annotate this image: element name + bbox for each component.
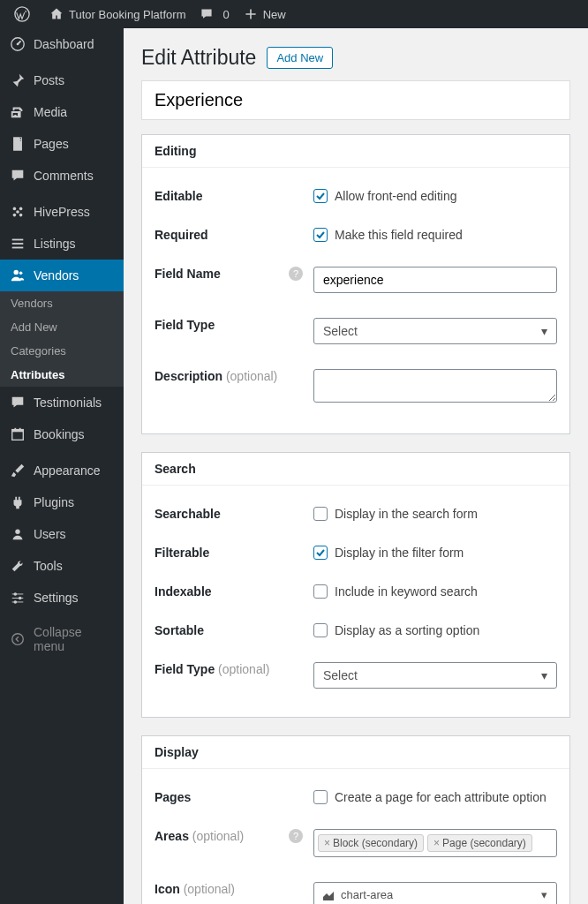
vendors-icon (9, 267, 26, 284)
field-name-input[interactable] (313, 267, 557, 293)
field-label: Sortable (155, 623, 204, 637)
wp-logo[interactable] (7, 0, 42, 28)
collapse-icon (9, 630, 26, 648)
menu-bookings[interactable]: Bookings (0, 418, 124, 450)
svg-point-20 (15, 530, 19, 534)
submenu-vendors[interactable]: Vendors (0, 291, 124, 315)
hivepress-icon (9, 203, 26, 221)
collapse-menu[interactable]: Collapse menu (0, 618, 124, 660)
checkbox-label: Make this field required (335, 228, 463, 242)
sliders-icon (9, 589, 26, 606)
page-header: Edit Attribute Add New (141, 46, 570, 70)
dashboard-icon (9, 35, 26, 53)
attribute-title-input[interactable] (141, 80, 570, 120)
areas-tag-input[interactable]: ×Block (secondary) ×Page (secondary) (313, 829, 557, 857)
menu-testimonials[interactable]: Testimonials (0, 387, 124, 418)
menu-plugins[interactable]: Plugins (0, 486, 124, 518)
calendar-icon (9, 426, 26, 443)
help-icon[interactable]: ? (289, 267, 303, 281)
menu-label: Plugins (34, 495, 115, 509)
field-label: Pages (155, 790, 191, 804)
icon-select[interactable]: chart-area ▾ (313, 882, 557, 904)
new-content-link[interactable]: New (237, 0, 293, 28)
menu-label: Comments (34, 169, 115, 183)
checkbox-label: Create a page for each attribute option (335, 790, 547, 804)
close-icon[interactable]: × (324, 837, 330, 849)
chevron-down-icon: ▾ (541, 324, 547, 338)
comments-link[interactable]: 0 (192, 0, 236, 28)
area-tag[interactable]: ×Page (secondary) (427, 834, 532, 852)
searchable-row: Searchable Display in the search form (155, 494, 557, 533)
field-label: Required (155, 228, 208, 242)
help-icon[interactable]: ? (289, 829, 303, 843)
filterable-row: Filterable Display in the filter form (155, 533, 557, 572)
menu-label: Listings (34, 237, 115, 251)
metabox-title: Search (142, 453, 569, 486)
svg-point-7 (19, 207, 23, 211)
field-label: Searchable (155, 507, 221, 521)
svg-point-10 (16, 210, 19, 214)
svg-point-15 (19, 272, 23, 275)
editable-checkbox[interactable] (313, 189, 328, 203)
select-value: Select (323, 668, 358, 682)
sortable-checkbox[interactable] (313, 623, 328, 637)
svg-rect-12 (12, 243, 24, 245)
plus-icon (244, 7, 258, 21)
field-label: Icon (optional) (155, 882, 235, 896)
menu-settings[interactable]: Settings (0, 582, 124, 614)
searchable-checkbox[interactable] (313, 507, 328, 521)
menu-appearance[interactable]: Appearance (0, 455, 124, 486)
svg-point-25 (19, 597, 22, 600)
submenu-attributes[interactable]: Attributes (0, 363, 124, 387)
indexable-row: Indexable Include in keyword search (155, 572, 557, 611)
select-value: chart-area (341, 888, 393, 901)
indexable-checkbox[interactable] (313, 584, 328, 599)
site-name-link[interactable]: Tutor Booking Platform (42, 0, 192, 28)
submenu-categories[interactable]: Categories (0, 339, 124, 363)
field-label: Indexable (155, 584, 212, 599)
menu-hivepress[interactable]: HivePress (0, 196, 124, 228)
editable-row: Editable Allow front-end editing (155, 177, 557, 215)
display-metabox: Display Pages Create a page for each att… (141, 735, 570, 904)
media-icon (9, 103, 26, 121)
menu-tools[interactable]: Tools (0, 550, 124, 582)
new-label: New (263, 8, 286, 21)
menu-comments[interactable]: Comments (0, 160, 124, 192)
menu-pages[interactable]: Pages (0, 128, 124, 160)
menu-media[interactable]: Media (0, 96, 124, 128)
svg-rect-18 (14, 428, 16, 431)
vendors-submenu: Vendors Add New Categories Attributes (0, 291, 124, 387)
comment-icon (9, 167, 26, 185)
menu-posts[interactable]: Posts (0, 64, 124, 96)
description-textarea[interactable] (313, 369, 557, 403)
pages-checkbox[interactable] (313, 790, 328, 804)
area-tag[interactable]: ×Block (secondary) (318, 834, 424, 852)
field-type-select[interactable]: Select ▾ (313, 318, 557, 344)
main-content: Edit Attribute Add New Editing Editable … (124, 28, 588, 904)
metabox-body: Editable Allow front-end editing Require… (142, 168, 569, 433)
description-row: Description (optional) (155, 357, 557, 418)
comment-count: 0 (222, 8, 229, 21)
add-new-button[interactable]: Add New (267, 47, 333, 69)
menu-vendors[interactable]: Vendors (0, 260, 124, 291)
filterable-checkbox[interactable] (313, 546, 328, 560)
menu-label: Bookings (34, 427, 115, 441)
required-checkbox[interactable] (313, 228, 328, 242)
menu-dashboard[interactable]: Dashboard (0, 28, 124, 60)
menu-label: Media (34, 105, 115, 119)
menu-listings[interactable]: Listings (0, 228, 124, 260)
close-icon[interactable]: × (433, 837, 440, 849)
menu-users[interactable]: Users (0, 518, 124, 550)
menu-label: Settings (34, 591, 115, 605)
search-field-type-select[interactable]: Select ▾ (313, 662, 557, 689)
menu-label: Tools (34, 559, 115, 573)
checkbox-label: Display in the filter form (335, 546, 464, 560)
pages-icon (9, 135, 26, 153)
svg-rect-17 (12, 430, 24, 433)
menu-label: Appearance (34, 463, 115, 478)
field-label: Field Name (155, 267, 221, 281)
svg-rect-4 (15, 142, 19, 143)
plug-icon (9, 493, 26, 511)
submenu-add-new[interactable]: Add New (0, 315, 124, 339)
editing-metabox: Editing Editable Allow front-end editing… (141, 134, 570, 434)
